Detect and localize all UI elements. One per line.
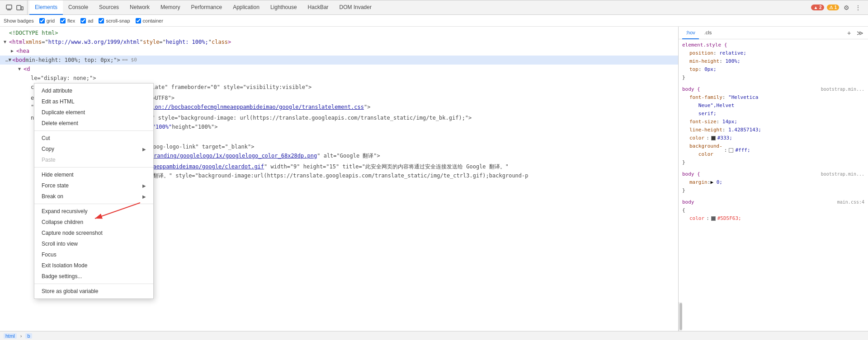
- head-triangle[interactable]: [11, 47, 16, 55]
- grid-badge-toggle[interactable]: grid: [39, 18, 55, 23]
- color-swatch-5d5f63[interactable]: [711, 216, 716, 221]
- copy-submenu-arrow: ▶: [142, 147, 146, 152]
- context-menu: Add attribute Edit as HTML Duplicate ele…: [34, 83, 154, 299]
- force-state-item[interactable]: Force state ▶: [34, 180, 153, 191]
- doctype-line: <!DOCTYPE html>: [0, 28, 678, 37]
- flex-label: flex: [67, 18, 75, 23]
- css-font-size-prop: font-size: 14px;: [689, 118, 864, 126]
- force-state-arrow: ▶: [142, 183, 146, 188]
- tab-elements[interactable]: Elements: [29, 0, 63, 15]
- tab-bar: Elements Console Sources Network Memory …: [0, 0, 868, 15]
- bootstrap-source-1: bootstrap.min...: [821, 85, 864, 93]
- body-style-inline: min-height: 100%; top: 0px;">: [25, 56, 120, 64]
- store-global-variable-item[interactable]: Store as global variable: [34, 286, 153, 297]
- duplicate-element-item[interactable]: Duplicate element: [34, 107, 153, 118]
- inspect-icon[interactable]: [5, 3, 14, 12]
- collapse-children-item[interactable]: Collapse children: [34, 217, 153, 228]
- svg-rect-3: [21, 7, 23, 10]
- css-color-red-prop: color: #5D5F63;: [689, 214, 864, 223]
- error-badge[interactable]: ▲ 2: [811, 5, 824, 10]
- main-css-body-rule: body main.css:4 { color: #5D5F63;: [682, 198, 864, 223]
- break-on-item[interactable]: Break on ▶: [34, 191, 153, 202]
- styles-panel: :hov .cls + ≫ element.style { position: …: [678, 27, 868, 331]
- html-style-value: height: 100%;: [166, 38, 208, 46]
- main-css-source: main.css:4: [837, 198, 864, 206]
- bootstrap-body-rule-1: body { bootstrap.min... font-family: "He…: [682, 85, 864, 167]
- css-font-family-prop: font-family: "Helvetica Neue",Helvet ser…: [689, 93, 864, 118]
- badge-settings-item[interactable]: Badge settings...: [34, 271, 153, 282]
- tab-lighthouse[interactable]: Lighthouse: [265, 0, 302, 15]
- delete-element-item[interactable]: Delete element: [34, 118, 153, 129]
- css-margin-prop: margin:▶ 0;: [689, 178, 864, 186]
- expand-recursively-item[interactable]: Expand recursively: [34, 206, 153, 217]
- add-style-rule-icon[interactable]: +: [844, 28, 854, 37]
- more-options-icon[interactable]: ⋮: [854, 3, 863, 12]
- element-style-close: }: [682, 74, 864, 82]
- styles-scrollbar[interactable]: [679, 302, 682, 331]
- display-none-text: le="display: none;">: [31, 74, 96, 82]
- ad-badge-toggle[interactable]: ad: [80, 18, 93, 23]
- element-style-selector: element.style {: [682, 41, 864, 49]
- scroll-snap-checkbox[interactable]: [99, 18, 104, 23]
- styles-content: element.style { position: relative; min-…: [679, 39, 868, 302]
- paste-item: Paste: [34, 154, 153, 165]
- ad-checkbox[interactable]: [80, 18, 86, 23]
- styles-cls-tab[interactable]: .cls: [701, 27, 716, 39]
- container-badge-toggle[interactable]: container: [136, 18, 163, 23]
- color-swatch-fff[interactable]: [729, 148, 733, 153]
- show-badges-label: Show badges: [4, 18, 34, 23]
- color-swatch-333[interactable]: [711, 136, 716, 140]
- tab-performance[interactable]: Performance: [185, 0, 227, 15]
- break-on-arrow: ▶: [142, 194, 146, 199]
- separator-1: [34, 130, 153, 131]
- html-style-attr: style: [143, 38, 159, 46]
- focus-item[interactable]: Focus: [34, 249, 153, 260]
- div-triangle[interactable]: [18, 65, 24, 73]
- exit-isolation-mode-item[interactable]: Exit Isolation Mode: [34, 260, 153, 271]
- settings-icon[interactable]: ⚙: [842, 3, 851, 12]
- tab-bar-icons: [2, 0, 28, 14]
- add-attribute-item[interactable]: Add attribute: [34, 85, 153, 96]
- display-none-line: le="display: none;">: [0, 74, 678, 83]
- tab-hackbar[interactable]: HackBar: [302, 0, 334, 15]
- css-min-height-prop: min-height: 100%;: [689, 57, 864, 65]
- html-triangle[interactable]: [4, 38, 9, 46]
- svg-rect-0: [6, 5, 12, 9]
- html-breadcrumb[interactable]: html: [4, 333, 17, 339]
- device-toggle-icon[interactable]: [15, 3, 24, 12]
- main-area: <!DOCTYPE html> <html xmlns="http://www.…: [0, 27, 868, 331]
- div-tag: <d: [24, 65, 30, 73]
- head-tag: <hea: [16, 47, 29, 55]
- tab-memory[interactable]: Memory: [155, 0, 185, 15]
- flex-checkbox[interactable]: [60, 18, 66, 23]
- styles-more-icon[interactable]: ≫: [855, 28, 864, 37]
- scroll-into-view-item[interactable]: Scroll into view: [34, 238, 153, 249]
- tab-console[interactable]: Console: [63, 0, 94, 15]
- tab-sources[interactable]: Sources: [94, 0, 124, 15]
- copy-item[interactable]: Copy ▶: [34, 144, 153, 154]
- body-open-tag: <bod: [12, 56, 25, 64]
- separator-3: [34, 204, 153, 204]
- tab-network[interactable]: Network: [124, 0, 155, 15]
- cut-item[interactable]: Cut: [34, 133, 153, 144]
- body-breadcrumb[interactable]: b: [25, 333, 32, 339]
- tab-dom-invader[interactable]: DOM Invader: [334, 0, 377, 15]
- html-xmlns-attr: xmlns: [25, 38, 42, 46]
- container-checkbox[interactable]: [136, 18, 141, 23]
- scrollbar-thumb[interactable]: [679, 303, 682, 330]
- capture-node-screenshot-item[interactable]: Capture node screenshot: [34, 228, 153, 238]
- hide-element-item[interactable]: Hide element: [34, 169, 153, 180]
- tab-application[interactable]: Application: [227, 0, 265, 15]
- grid-checkbox[interactable]: [39, 18, 45, 23]
- html-tag: <html: [9, 38, 25, 46]
- devtools-container: Elements Console Sources Network Memory …: [0, 0, 868, 340]
- warning-badge[interactable]: ⚠ 1: [827, 5, 839, 10]
- styles-hov-tab[interactable]: :hov: [682, 27, 699, 39]
- scroll-snap-badge-toggle[interactable]: scroll-snap: [99, 18, 130, 23]
- edit-as-html-item[interactable]: Edit as HTML: [34, 96, 153, 107]
- bootstrap-body-rule-2: body { bootstrap.min... margin:▶ 0; }: [682, 170, 864, 195]
- elements-panel: <!DOCTYPE html> <html xmlns="http://www.…: [0, 27, 678, 331]
- html-class-attr: class: [212, 38, 228, 46]
- svg-rect-2: [17, 5, 21, 10]
- flex-badge-toggle[interactable]: flex: [60, 18, 75, 23]
